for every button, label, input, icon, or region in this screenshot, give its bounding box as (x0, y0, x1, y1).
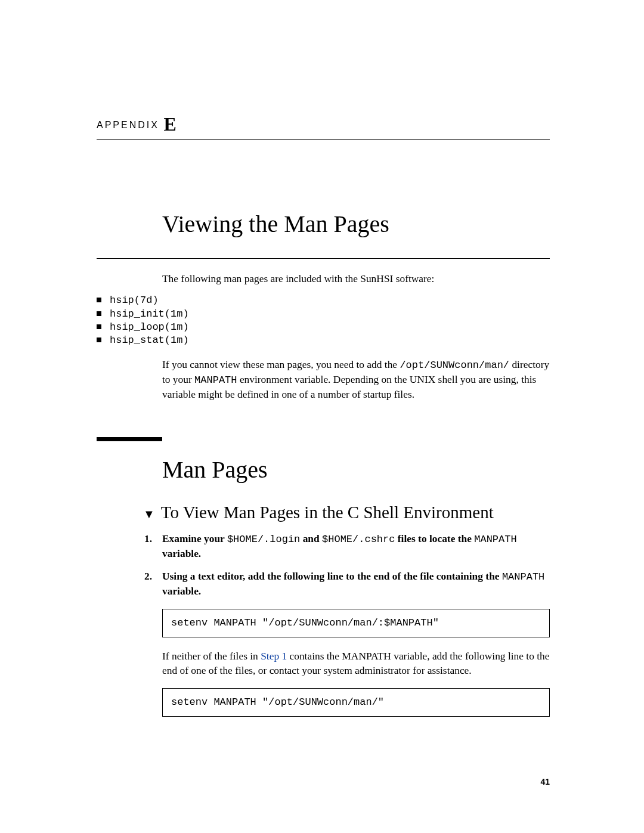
path-text: /opt/SUNWconn/man/ (400, 360, 509, 371)
step-1-link[interactable]: Step 1 (261, 650, 287, 662)
list-item: hsip(7d) (97, 294, 550, 307)
text: If you cannot view these man pages, you … (162, 358, 400, 370)
text: Examine your (162, 532, 227, 544)
code-block-2: setenv MANPATH "/opt/SUNWconn/man/" (162, 688, 550, 717)
list-item: hsip_init(1m) (97, 308, 550, 321)
section-bar (97, 437, 162, 441)
text: files to locate the (395, 532, 474, 544)
step-number: 2. (144, 569, 152, 583)
text: variable. (162, 547, 201, 559)
rule-top (97, 139, 550, 140)
appendix-letter: E (163, 113, 176, 135)
subsection-heading: ▼ To View Man Pages in the C Shell Envir… (143, 503, 550, 522)
section-title: Man Pages (162, 456, 550, 484)
chapter-title: Viewing the Man Pages (162, 210, 550, 238)
env-var: MANPATH (502, 571, 544, 583)
step-2: 2. Using a text editor, add the followin… (144, 569, 550, 598)
code-block-1: setenv MANPATH "/opt/SUNWconn/man/:$MANP… (162, 609, 550, 637)
text: Using a text editor, add the following l… (162, 570, 502, 582)
text: variable. (162, 585, 201, 597)
list-item: hsip_loop(1m) (97, 321, 550, 334)
page-number: 41 (540, 777, 550, 786)
step-list: 1. Examine your $HOME/.login and $HOME/.… (144, 532, 550, 598)
man-page-list: hsip(7d) hsip_init(1m) hsip_loop(1m) hsi… (97, 294, 550, 346)
code-inline: $HOME/.cshrc (322, 534, 395, 545)
appendix-word: APPENDIX (97, 120, 159, 130)
intro-paragraph: The following man pages are included wit… (162, 272, 550, 286)
step-number: 1. (144, 532, 152, 546)
text: and (300, 532, 322, 544)
page: APPENDIX E Viewing the Man Pages The fol… (0, 0, 644, 833)
triangle-icon: ▼ (143, 508, 155, 520)
appendix-label: APPENDIX E (97, 113, 550, 135)
env-var: MANPATH (474, 534, 516, 545)
after-code-paragraph: If neither of the files in Step 1 contai… (162, 649, 550, 677)
rule-under-title (97, 258, 550, 259)
code-inline: $HOME/.login (227, 534, 300, 545)
text: If neither of the files in (162, 650, 261, 662)
env-var: MANPATH (194, 374, 237, 386)
explanation-paragraph: If you cannot view these man pages, you … (162, 358, 550, 401)
list-item: hsip_stat(1m) (97, 334, 550, 347)
subsection-title: To View Man Pages in the C Shell Environ… (161, 503, 494, 522)
step-1: 1. Examine your $HOME/.login and $HOME/.… (144, 532, 550, 561)
